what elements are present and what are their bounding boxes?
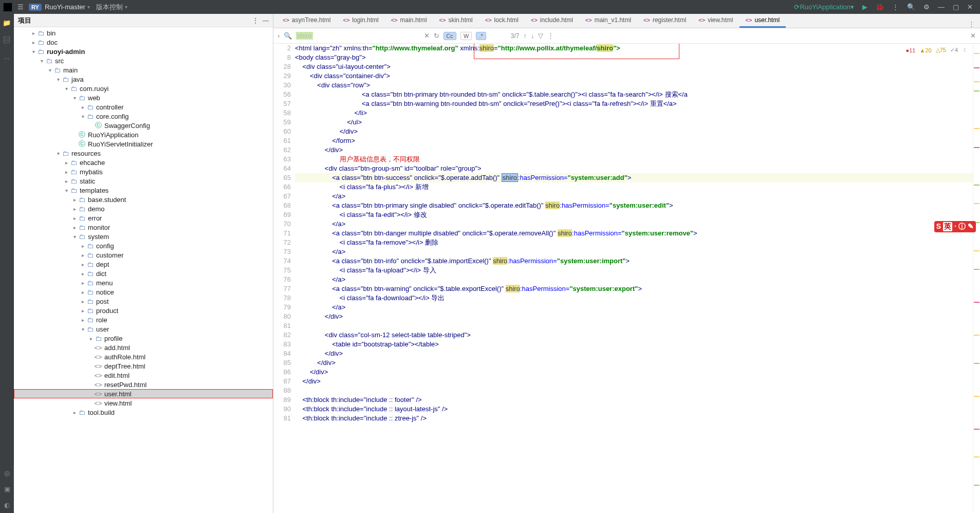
structure-tool-icon[interactable]: ⿳	[4, 36, 10, 44]
tree-item[interactable]: ▸🗀role	[14, 315, 273, 324]
tree-item[interactable]: ▸🗀bin	[14, 28, 273, 38]
tree-item[interactable]: <>resetPwd.html	[14, 380, 273, 389]
tree-item[interactable]: <>add.html	[14, 343, 273, 352]
app-logo-icon[interactable]	[3, 3, 12, 12]
tree-item[interactable]: ⓒRuoYiApplication	[14, 130, 273, 139]
tree-item[interactable]: ▸🗀tool.build	[14, 408, 273, 417]
editor-tab[interactable]: <>user.html	[739, 14, 786, 28]
code-editor[interactable]: 2828293056575859606162636465666768697071…	[273, 44, 980, 513]
find-more-icon[interactable]: ⋮	[547, 32, 554, 40]
tree-item[interactable]: ▸🗀customer	[14, 250, 273, 260]
tree-item[interactable]: ⓒSwaggerConfig	[14, 121, 273, 130]
chevron-down-icon[interactable]: ▾	[87, 4, 90, 10]
tree-item[interactable]: ▾🗀templates	[14, 186, 273, 195]
editor-tab[interactable]: <>skin.html	[433, 14, 479, 28]
editor-tab[interactable]: <>include.html	[525, 14, 579, 28]
minimize-icon[interactable]: —	[938, 3, 945, 11]
problems-tool-icon[interactable]: ▣	[4, 485, 10, 493]
minimap[interactable]	[973, 44, 980, 513]
tree-item[interactable]: ▾🗀web	[14, 93, 273, 102]
search-icon[interactable]: 🔍	[907, 3, 915, 11]
tree-item[interactable]: ▸🗀config	[14, 241, 273, 250]
tree-item[interactable]: ▸🗀dept	[14, 260, 273, 269]
project-badge[interactable]: RY	[29, 4, 42, 11]
tree-item[interactable]: ▸🗀notice	[14, 287, 273, 297]
history-icon[interactable]: ↻	[434, 32, 439, 40]
editor-tab[interactable]: <>asynTree.html	[276, 14, 337, 28]
tree-item[interactable]: <>user.html	[14, 389, 273, 398]
vcs-menu[interactable]: 版本控制	[96, 3, 123, 12]
tree-item[interactable]: ▸🗀monitor	[14, 223, 273, 232]
project-name[interactable]: RuoYi-master	[45, 3, 85, 11]
tree-item[interactable]: <>view.html	[14, 398, 273, 408]
find-count: 3/7	[511, 32, 520, 40]
tree-item[interactable]: ▾🗀com.ruoyi	[14, 84, 273, 93]
close-icon[interactable]: ✕	[967, 3, 973, 11]
tree-item[interactable]: ▾🗀system	[14, 232, 273, 241]
tree-item[interactable]: ▸🗀controller	[14, 102, 273, 112]
terminal-tool-icon[interactable]: ◎	[4, 469, 10, 477]
search-icon: 🔍	[284, 32, 292, 40]
more-icon[interactable]: ⋮	[892, 3, 899, 11]
tree-item[interactable]: ▾🗀core.config	[14, 112, 273, 121]
line-gutter: 2828293056575859606162636465666768697071…	[273, 44, 295, 513]
editor-tab[interactable]: <>main.html	[385, 14, 433, 28]
tree-item[interactable]: <>authRole.html	[14, 352, 273, 361]
tree-item[interactable]: ⓒRuoYiServletInitializer	[14, 139, 273, 149]
next-match-icon[interactable]: ↓	[531, 32, 534, 40]
filter-icon[interactable]: ▽	[538, 32, 543, 40]
find-input-extend[interactable]	[317, 32, 420, 40]
tree-item[interactable]: ▾🗀user	[14, 324, 273, 334]
goto-icon[interactable]: ›	[278, 32, 280, 40]
prev-match-icon[interactable]: ↑	[523, 32, 527, 40]
run-config[interactable]: ⟳ RuoYiApplication ▾	[794, 3, 854, 11]
tree-item[interactable]: ▸🗀ehcache	[14, 158, 273, 167]
tree-item[interactable]: ▸🗀static	[14, 176, 273, 186]
editor-tabs: <>asynTree.html<>login.html<>main.html<>…	[273, 14, 980, 28]
find-input[interactable]: shiro	[296, 32, 312, 40]
tree-item[interactable]: ▾🗀ruoyi-admin	[14, 47, 273, 56]
tree-item[interactable]: ▸🗀profile	[14, 334, 273, 343]
regex-toggle[interactable]: .*	[476, 32, 486, 40]
tree-item[interactable]: ▸🗀doc	[14, 38, 273, 47]
project-tool-icon[interactable]: 📁	[3, 19, 11, 27]
tree-item[interactable]: ▾🗀src	[14, 56, 273, 65]
ime-toolbar[interactable]: S英·ⓘ✎	[934, 221, 976, 232]
match-case-toggle[interactable]: Cc	[443, 32, 456, 40]
tree-item[interactable]: ▸🗀mybatis	[14, 167, 273, 176]
tree-item[interactable]: ▸🗀error	[14, 213, 273, 223]
editor-tab[interactable]: <>register.html	[637, 14, 692, 28]
tree-item[interactable]: ▾🗀java	[14, 75, 273, 84]
run-button[interactable]: ▶	[862, 3, 867, 11]
tree-item[interactable]: ▸🗀dict	[14, 269, 273, 278]
project-tree[interactable]: ▸🗀bin▸🗀doc▾🗀ruoyi-admin▾🗀src▾🗀main▾🗀java…	[14, 27, 273, 513]
editor-tab[interactable]: <>lock.html	[479, 14, 525, 28]
debug-button[interactable]: 🐞	[876, 3, 884, 11]
tree-item[interactable]: ▸🗀demo	[14, 204, 273, 213]
clear-icon[interactable]: ✕	[424, 32, 430, 40]
words-toggle[interactable]: W	[460, 32, 472, 40]
editor-tab[interactable]: <>login.html	[337, 14, 384, 28]
find-bar: › 🔍 shiro ✕ ↻ Cc W .* 3/7 ↑ ↓ ▽ ⋮ ✕	[273, 28, 980, 44]
chevron-down-icon[interactable]: ▾	[125, 4, 127, 10]
tree-item[interactable]: <>edit.html	[14, 371, 273, 380]
maximize-icon[interactable]: ▢	[953, 3, 959, 11]
tree-item[interactable]: ▸🗀product	[14, 306, 273, 315]
bookmarks-tool-icon[interactable]: …	[4, 53, 10, 61]
tree-item[interactable]: ▸🗀menu	[14, 278, 273, 287]
main-menu-icon[interactable]: ☰	[17, 3, 24, 11]
tree-item[interactable]: ▸🗀base.student	[14, 195, 273, 204]
tree-item[interactable]: ▾🗀resources	[14, 149, 273, 158]
tree-item[interactable]: ▾🗀main	[14, 65, 273, 75]
editor-tab[interactable]: <>main_v1.html	[579, 14, 637, 28]
git-tool-icon[interactable]: ◐	[4, 501, 10, 509]
editor-tab[interactable]: <>view.html	[692, 14, 739, 28]
settings-icon[interactable]: ⚙	[923, 3, 930, 11]
more-icon[interactable]: ⋮	[252, 17, 258, 24]
tree-item[interactable]: ▸🗀post	[14, 297, 273, 306]
tabs-more-icon[interactable]: ⋮	[968, 20, 975, 28]
tree-item[interactable]: <>deptTree.html	[14, 361, 273, 371]
collapse-icon[interactable]: —	[263, 17, 269, 24]
close-findbar-icon[interactable]: ✕	[970, 32, 976, 40]
inspection-widget[interactable]: ●11 ▲20 △75 ✓4 ㄑ	[904, 46, 970, 54]
